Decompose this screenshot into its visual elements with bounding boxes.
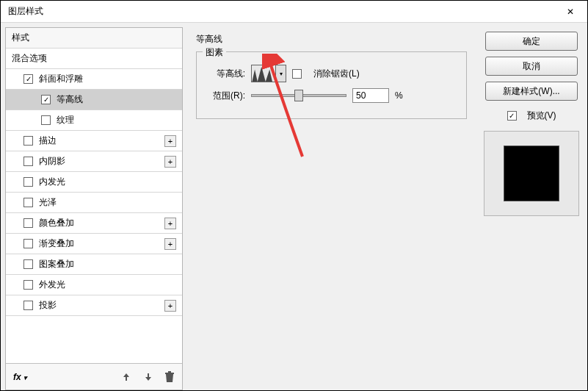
action-panel: 确定 取消 新建样式(W)... 预览(V) bbox=[480, 27, 583, 390]
cancel-button[interactable]: 取消 bbox=[485, 57, 578, 76]
close-button[interactable]: ✕ bbox=[553, 1, 587, 23]
range-unit: % bbox=[395, 90, 403, 101]
contour-preview[interactable] bbox=[251, 65, 276, 82]
chevron-down-icon: ▾ bbox=[23, 374, 27, 381]
ok-button[interactable]: 确定 bbox=[485, 32, 578, 51]
preview-swatch bbox=[504, 146, 559, 201]
styles-sidebar: 样式 混合选项 斜面和浮雕 等高线 纹理 bbox=[5, 27, 183, 390]
contour-dropdown-arrow[interactable]: ▾ bbox=[276, 65, 286, 82]
preview-label: 预览(V) bbox=[527, 110, 556, 122]
style-label: 斜面和浮雕 bbox=[39, 73, 83, 85]
checkbox-contour[interactable] bbox=[41, 95, 51, 104]
style-label: 纹理 bbox=[57, 114, 74, 126]
checkbox-satin[interactable] bbox=[23, 198, 33, 207]
checkbox-texture[interactable] bbox=[41, 115, 51, 125]
titlebar: 图层样式 ✕ bbox=[1, 1, 587, 23]
new-style-button[interactable]: 新建样式(W)... bbox=[485, 82, 578, 101]
style-label: 图案叠加 bbox=[39, 258, 74, 270]
style-pattern-overlay[interactable]: 图案叠加 bbox=[6, 254, 182, 275]
range-row: 范围(R): % bbox=[206, 85, 457, 107]
sidebar-footer: fx ▾ bbox=[6, 363, 182, 390]
preview-toggle-row: 预览(V) bbox=[507, 110, 556, 122]
footer-icons bbox=[120, 371, 175, 383]
contour-row: 等高线: ▾ 消除锯齿(L) bbox=[206, 62, 457, 85]
style-label: 光泽 bbox=[39, 196, 57, 209]
styles-header[interactable]: 样式 bbox=[6, 28, 182, 49]
trash-icon[interactable] bbox=[164, 371, 175, 383]
style-outer-glow[interactable]: 外发光 bbox=[6, 275, 182, 295]
style-drop-shadow[interactable]: 投影 + bbox=[6, 295, 182, 316]
range-slider-thumb[interactable] bbox=[294, 90, 303, 101]
add-inner-shadow-button[interactable]: + bbox=[164, 156, 176, 168]
contour-label: 等高线: bbox=[206, 68, 245, 80]
fx-menu-button[interactable]: fx ▾ bbox=[13, 371, 27, 382]
style-label: 外发光 bbox=[39, 279, 65, 291]
elements-legend: 图素 bbox=[203, 46, 226, 59]
range-input[interactable] bbox=[352, 88, 389, 103]
style-contour[interactable]: 等高线 bbox=[6, 90, 182, 110]
move-up-icon[interactable] bbox=[120, 371, 132, 383]
layer-style-dialog: 图层样式 ✕ 样式 混合选项 斜面和浮雕 等高线 bbox=[0, 0, 588, 391]
checkbox-drop-shadow[interactable] bbox=[23, 301, 33, 310]
styles-list: 样式 混合选项 斜面和浮雕 等高线 纹理 bbox=[6, 28, 182, 363]
preview-box bbox=[484, 131, 579, 216]
style-label: 内阴影 bbox=[39, 155, 65, 168]
checkbox-inner-glow[interactable] bbox=[23, 177, 33, 187]
style-color-overlay[interactable]: 颜色叠加 + bbox=[6, 213, 182, 234]
style-gradient-overlay[interactable]: 渐变叠加 + bbox=[6, 234, 182, 254]
style-bevel-emboss[interactable]: 斜面和浮雕 bbox=[6, 69, 182, 90]
style-inner-glow[interactable]: 内发光 bbox=[6, 172, 182, 193]
style-inner-shadow[interactable]: 内阴影 + bbox=[6, 151, 182, 172]
checkbox-outer-glow[interactable] bbox=[23, 280, 33, 290]
contour-picker[interactable]: ▾ bbox=[251, 65, 286, 82]
style-blend-options[interactable]: 混合选项 bbox=[6, 49, 182, 69]
style-label: 混合选项 bbox=[12, 52, 47, 65]
checkbox-bevel[interactable] bbox=[23, 74, 33, 84]
style-label: 渐变叠加 bbox=[39, 237, 74, 250]
style-label: 内发光 bbox=[39, 176, 65, 188]
add-stroke-button[interactable]: + bbox=[164, 135, 176, 147]
preview-checkbox[interactable] bbox=[507, 111, 517, 121]
window-title: 图层样式 bbox=[8, 5, 43, 18]
checkbox-color-overlay[interactable] bbox=[23, 218, 33, 228]
add-color-overlay-button[interactable]: + bbox=[164, 218, 176, 229]
checkbox-gradient-overlay[interactable] bbox=[23, 239, 33, 248]
antialias-label: 消除锯齿(L) bbox=[313, 68, 360, 80]
elements-fieldset: 图素 等高线: ▾ 消除锯齿(L) 范围(R): bbox=[196, 51, 467, 119]
checkbox-pattern-overlay[interactable] bbox=[23, 259, 33, 269]
close-icon: ✕ bbox=[567, 7, 574, 17]
style-label: 投影 bbox=[39, 299, 57, 312]
settings-panel: 等高线 图素 等高线: ▾ 消除锯齿(L) bbox=[190, 27, 473, 390]
style-label: 颜色叠加 bbox=[39, 217, 74, 229]
style-label: 等高线 bbox=[57, 93, 83, 106]
style-stroke[interactable]: 描边 + bbox=[6, 131, 182, 151]
add-drop-shadow-button[interactable]: + bbox=[164, 300, 176, 312]
styles-header-label: 样式 bbox=[12, 32, 29, 44]
dialog-body: 样式 混合选项 斜面和浮雕 等高线 纹理 bbox=[1, 23, 587, 390]
style-label: 描边 bbox=[39, 134, 57, 147]
add-gradient-overlay-button[interactable]: + bbox=[164, 238, 176, 250]
group-title: 等高线 bbox=[196, 33, 467, 46]
antialias-checkbox[interactable] bbox=[292, 69, 302, 79]
range-slider[interactable] bbox=[251, 94, 346, 97]
move-down-icon[interactable] bbox=[142, 371, 154, 383]
range-label: 范围(R): bbox=[206, 90, 245, 102]
style-texture[interactable]: 纹理 bbox=[6, 110, 182, 131]
contour-group: 等高线 图素 等高线: ▾ 消除锯齿(L) bbox=[196, 33, 467, 119]
style-satin[interactable]: 光泽 bbox=[6, 193, 182, 213]
checkbox-inner-shadow[interactable] bbox=[23, 157, 33, 166]
checkbox-stroke[interactable] bbox=[23, 136, 33, 146]
